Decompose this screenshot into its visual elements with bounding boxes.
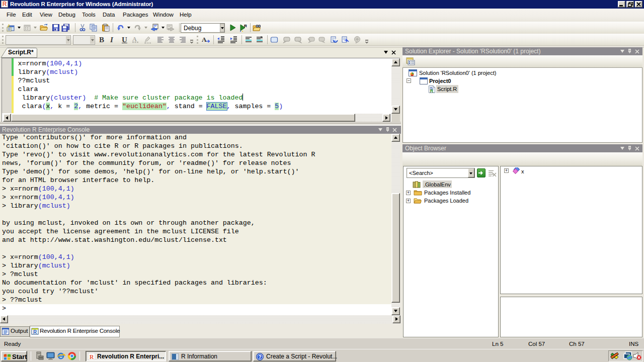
- svg-text:R: R: [244, 24, 247, 28]
- svg-text:R: R: [430, 88, 434, 94]
- svg-text:R: R: [90, 353, 94, 360]
- svg-text:?: ?: [258, 354, 261, 360]
- svg-text:A: A: [202, 36, 207, 43]
- svg-text:R: R: [33, 329, 37, 335]
